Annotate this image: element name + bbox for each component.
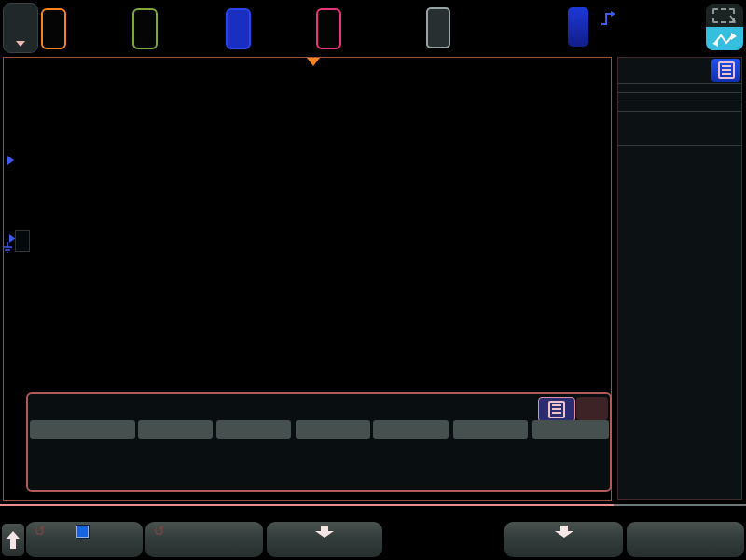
col-header-stddev[interactable] bbox=[453, 420, 528, 439]
col-header-min[interactable] bbox=[296, 420, 370, 439]
channel-3-v-marker bbox=[15, 230, 30, 252]
table-menu-button[interactable] bbox=[538, 397, 575, 422]
softkey-features[interactable]: ↺ bbox=[26, 522, 143, 557]
softkey-apply[interactable] bbox=[627, 522, 744, 557]
down-arrow-icon bbox=[553, 525, 575, 539]
softkey-analysis[interactable]: ↺ bbox=[145, 522, 263, 557]
oscilloscope-screen: ↺ ↺ bbox=[0, 0, 746, 560]
channel-1-button[interactable] bbox=[41, 8, 66, 49]
main-menu-button[interactable] bbox=[3, 3, 38, 53]
trigger-slope-icon bbox=[600, 10, 616, 27]
table-row bbox=[28, 442, 614, 458]
trigger-button[interactable] bbox=[568, 7, 588, 47]
menu-separator bbox=[0, 504, 614, 506]
col-header-measure[interactable] bbox=[30, 420, 135, 439]
trigger-position-marker[interactable] bbox=[307, 58, 320, 66]
meas-entry[interactable] bbox=[618, 102, 741, 112]
horizontal-button[interactable] bbox=[426, 7, 450, 48]
down-arrow-icon bbox=[313, 525, 336, 539]
ground-icon bbox=[1, 242, 14, 255]
cycle-icon: ↺ bbox=[34, 523, 46, 540]
waveform-pan-button[interactable] bbox=[706, 27, 743, 50]
touch-tools bbox=[706, 4, 743, 50]
softkey-signals[interactable] bbox=[267, 522, 382, 557]
table-menu-icon bbox=[548, 401, 565, 418]
channel-2-button[interactable] bbox=[132, 8, 158, 49]
softkey-statistics[interactable] bbox=[504, 522, 623, 557]
up-arrow-icon bbox=[6, 530, 21, 551]
region-arrow-icon bbox=[729, 15, 737, 24]
measurement-statistics-table bbox=[26, 392, 612, 492]
menu-separator-right bbox=[614, 504, 746, 506]
menu-caret-icon bbox=[16, 41, 25, 47]
zoom-region-button[interactable] bbox=[706, 4, 743, 27]
cycle-icon: ↺ bbox=[153, 523, 165, 540]
meas-entry[interactable] bbox=[618, 84, 741, 93]
col-header-max[interactable] bbox=[373, 420, 449, 439]
channel-3-button[interactable] bbox=[226, 8, 251, 49]
channel-4-button[interactable] bbox=[316, 8, 341, 49]
col-header-mean[interactable] bbox=[216, 420, 291, 439]
table-close-button[interactable] bbox=[576, 397, 608, 420]
menu-back-button[interactable] bbox=[2, 524, 24, 556]
table-row bbox=[28, 458, 614, 473]
meas-entry[interactable] bbox=[618, 93, 741, 102]
meas-panel-menu-button[interactable] bbox=[711, 59, 740, 82]
col-header-count[interactable] bbox=[532, 420, 609, 439]
add-measurement-button[interactable] bbox=[618, 112, 741, 146]
power-checkbox-icon bbox=[76, 526, 89, 538]
col-header-current[interactable] bbox=[138, 420, 213, 439]
meas-sidebar bbox=[617, 57, 742, 500]
meas-menu-icon bbox=[718, 61, 735, 79]
waveform-pan-icon bbox=[711, 31, 738, 48]
trigger-level-marker-icon[interactable] bbox=[7, 156, 14, 165]
table-row bbox=[28, 473, 614, 489]
